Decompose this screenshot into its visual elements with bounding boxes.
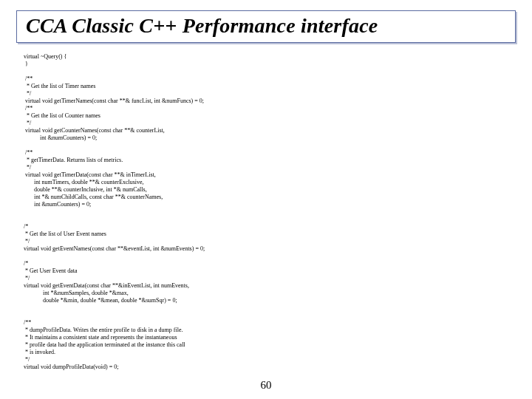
slide: CCA Classic C++ Performance interface vi… bbox=[0, 0, 532, 399]
title-container: CCA Classic C++ Performance interface bbox=[16, 10, 516, 43]
code-block: virtual ~Query() { } /** * Get the list … bbox=[16, 53, 516, 371]
page-number: 60 bbox=[0, 379, 532, 392]
slide-title: CCA Classic C++ Performance interface bbox=[26, 14, 506, 38]
